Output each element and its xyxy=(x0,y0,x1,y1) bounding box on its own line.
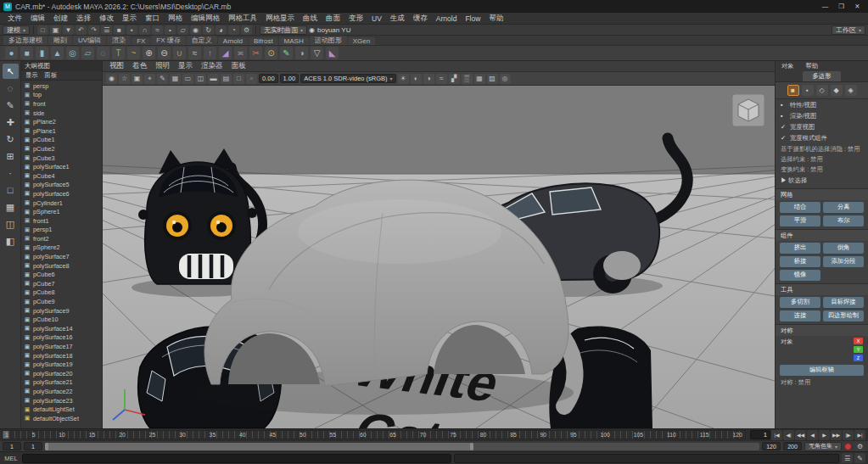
outliner-item[interactable]: ▣polySurface17 xyxy=(21,342,102,351)
menu-item[interactable]: 网格 xyxy=(164,14,187,24)
menu-item[interactable]: 窗口 xyxy=(141,14,164,24)
toolkit-option[interactable]: ✓宽度模式组件 xyxy=(776,132,868,143)
shelf-tab[interactable]: Arnold xyxy=(218,37,248,45)
outliner-item[interactable]: ▣pCube10 xyxy=(21,315,102,324)
bridge-icon[interactable]: ≍ xyxy=(234,47,247,59)
viewport-menu-item[interactable]: 照明 xyxy=(155,61,170,71)
outliner-item[interactable]: ▣front xyxy=(21,99,102,109)
last-tool[interactable]: · xyxy=(3,165,19,181)
toolkit-option[interactable]: ✓宽度视图 xyxy=(776,121,868,132)
outliner-item[interactable]: ▣polySurface21 xyxy=(21,378,102,388)
lighting-all-icon[interactable]: ☀ xyxy=(398,74,409,84)
outliner-item[interactable]: ▣pCube7 xyxy=(21,279,102,288)
outliner-item[interactable]: ▣pCylinder1 xyxy=(21,198,102,208)
outliner-item[interactable]: ▣polySurface7 xyxy=(21,252,102,261)
toolkit-section-tools[interactable]: 工具 xyxy=(776,283,868,295)
scale-tool[interactable]: ⊞ xyxy=(3,148,19,164)
shelf-tab[interactable]: 自定义 xyxy=(187,36,217,45)
select-by-component-icon[interactable]: ▪ xyxy=(126,25,137,35)
toolkit-mesh-button[interactable]: 分离 xyxy=(823,202,864,213)
poly-cone-icon[interactable]: ▲ xyxy=(51,47,64,59)
select-by-object-icon[interactable]: ■ xyxy=(114,25,125,35)
quad-draw-icon[interactable]: ✎ xyxy=(280,47,293,59)
menu-item[interactable]: 变形 xyxy=(344,14,367,24)
outliner-item[interactable]: ▣polySurface19 xyxy=(21,360,102,369)
gamma-field[interactable]: 1.00 xyxy=(280,74,300,83)
outliner-item[interactable]: ▣polySurface1 xyxy=(21,162,102,171)
lasso-tool[interactable]: ◌ xyxy=(3,81,19,96)
outliner-item[interactable]: ▣polySurface20 xyxy=(21,369,102,378)
outliner-item[interactable]: ▣front1 xyxy=(21,216,102,226)
move-tool[interactable]: ✚ xyxy=(3,115,19,130)
xray-icon[interactable]: ▒ xyxy=(462,74,473,84)
smooth-icon[interactable]: ≈ xyxy=(188,47,201,59)
colorspace-dropdown[interactable]: ACES 1.0 SDR-video (sRGB)▾ xyxy=(300,74,395,83)
poly-sphere-icon[interactable]: ● xyxy=(5,47,18,59)
toolkit-section-components[interactable]: 组件 xyxy=(776,229,868,241)
face-mode-icon[interactable]: ◆ xyxy=(831,85,843,96)
menu-item[interactable]: Arnold xyxy=(432,14,462,23)
workspace-dropdown[interactable]: 工作区▾ xyxy=(832,25,865,35)
menu-item[interactable]: 创建 xyxy=(49,14,72,24)
toolkit-section-mesh[interactable]: 网格 xyxy=(776,188,868,200)
outliner-item[interactable]: ▣pCube1 xyxy=(21,136,102,145)
target-weld-icon[interactable]: ⊙ xyxy=(265,47,277,59)
command-input[interactable] xyxy=(22,454,451,463)
toolkit-menu-item[interactable]: 帮助 xyxy=(806,62,819,70)
play-forward-button[interactable]: ▶ xyxy=(819,430,830,440)
outliner-item[interactable]: ▣polySurface18 xyxy=(21,351,102,361)
outliner-item[interactable]: ▣pPlane2 xyxy=(21,117,102,126)
menu-item[interactable]: 缓存 xyxy=(409,14,432,24)
shelf-tab[interactable]: UV编辑 xyxy=(73,36,106,45)
step-back-key-button[interactable]: ◀◀ xyxy=(795,430,806,440)
snap-to-grid-icon[interactable]: ∩ xyxy=(139,25,150,35)
screen-space-ao-icon[interactable]: ◑ xyxy=(423,74,434,84)
outliner-item[interactable]: ▣pSphere1 xyxy=(21,207,102,216)
shelf-tab[interactable]: 渲染 xyxy=(107,36,131,45)
outliner-item[interactable]: ▣top xyxy=(21,91,102,100)
object-mode-icon[interactable]: ■ xyxy=(787,85,799,96)
isolate-select-icon[interactable]: ◎ xyxy=(500,74,511,84)
toolkit-tool-button[interactable]: 多切割 xyxy=(780,297,820,308)
command-language-label[interactable]: MEL xyxy=(3,455,20,462)
menu-item[interactable]: 生成 xyxy=(386,14,409,24)
motion-blur-icon[interactable]: ≈ xyxy=(436,74,447,84)
poly-torus-icon[interactable]: ◎ xyxy=(66,47,79,59)
go-to-end-button[interactable]: ▶| xyxy=(854,430,865,440)
account-button[interactable]: ◉boyuan YU xyxy=(309,26,350,34)
playback-start-field[interactable]: 1 xyxy=(24,442,42,450)
image-plane-icon[interactable]: ▣ xyxy=(132,74,143,84)
wireframe-on-shaded-icon[interactable]: ▦ xyxy=(474,74,485,84)
script-editor-icon[interactable]: ✎ xyxy=(854,453,865,463)
layout-outliner-persp-button[interactable]: ◧ xyxy=(3,233,19,249)
toolkit-tool-button[interactable]: 目标焊接 xyxy=(823,297,864,308)
toolkit-mesh-button[interactable]: 布尔 xyxy=(823,215,864,226)
gate-mask-icon[interactable]: ▬ xyxy=(208,74,219,84)
shelf-tab[interactable]: FX xyxy=(132,37,150,45)
outliner-item[interactable]: ▣side xyxy=(21,109,102,118)
shelf-tab[interactable]: FX 缓存 xyxy=(151,36,185,45)
menu-item[interactable]: 文件 xyxy=(3,14,26,24)
toolkit-mesh-button[interactable]: 结合 xyxy=(780,202,820,213)
textured-icon[interactable]: ▨ xyxy=(487,74,498,84)
viewport-menu-item[interactable]: 面板 xyxy=(232,61,246,71)
menu-item[interactable]: UV xyxy=(367,14,386,23)
menu-set-dropdown[interactable]: 建模▾ xyxy=(3,25,30,35)
menu-item[interactable]: 选择 xyxy=(72,14,95,24)
menu-item[interactable]: 显示 xyxy=(118,14,141,24)
poly-plane-icon[interactable]: ▱ xyxy=(81,47,94,59)
outliner-menu-item[interactable]: 显示 xyxy=(25,71,38,80)
playback-end-field[interactable]: 120 xyxy=(762,442,781,450)
command-history-icon[interactable]: ☰ xyxy=(842,453,853,463)
wedge-icon[interactable]: ◣ xyxy=(326,47,339,59)
outliner-item[interactable]: ▣polySurface14 xyxy=(21,324,102,333)
snap-to-point-icon[interactable]: • xyxy=(165,25,176,35)
shelf-tab[interactable]: 多边形建模 xyxy=(3,36,48,45)
toolkit-menu-item[interactable]: 对象 xyxy=(781,62,794,70)
poly-disc-icon[interactable]: ◌ xyxy=(97,47,109,59)
outliner-item[interactable]: ▣polySurface23 xyxy=(21,396,102,405)
viewport-3d-scene[interactable]: White Cat xyxy=(103,86,775,428)
minimize-button[interactable]: — xyxy=(818,2,832,12)
mirror-icon[interactable]: ◑ xyxy=(295,47,308,59)
construction-history-icon[interactable]: ↻ xyxy=(203,25,214,35)
